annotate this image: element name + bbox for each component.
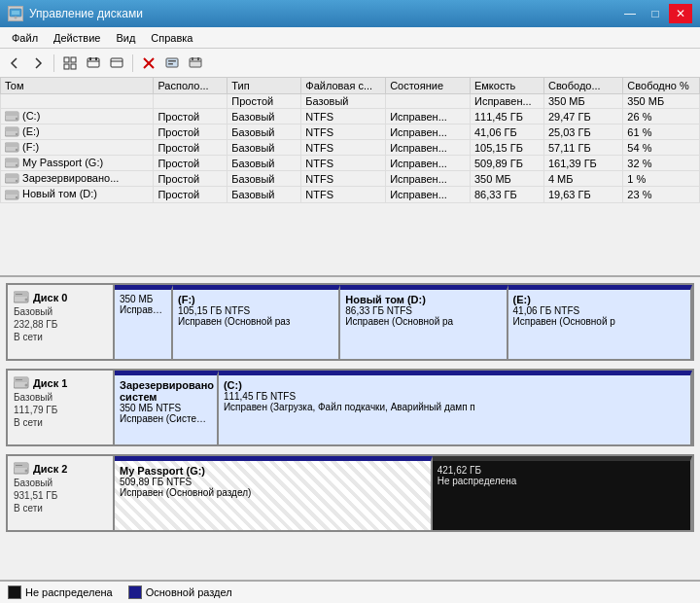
cell-svobodop: 61 %	[623, 124, 700, 140]
cell-svobodo: 350 МБ	[543, 94, 622, 109]
cell-svobodo: 161,39 ГБ	[543, 156, 622, 171]
partition-disk1-0[interactable]: Зарезервировано систем 350 МБ NTFS Испра…	[115, 371, 219, 444]
cell-sostoyanie: Исправен...	[386, 124, 471, 140]
partition-disk2-0[interactable]: My Passport (G:) 509,89 ГБ NTFS Исправен…	[115, 456, 433, 530]
menu-file[interactable]: Файл	[4, 30, 46, 46]
disk-status-disk1: В сети	[14, 417, 107, 428]
partition-size-disk0-1: 105,15 ГБ NTFS	[178, 305, 333, 316]
toolbar	[0, 49, 700, 78]
disk-table[interactable]: Том Располо... Тип Файловая с... Состоян…	[0, 78, 700, 277]
hdd-icon	[14, 376, 29, 390]
cell-tip: Базовый	[228, 109, 301, 124]
disk-row-disk0: Диск 0 Базовый 232,88 ГБ В сети 350 МБ И…	[6, 283, 694, 361]
svg-point-24	[16, 118, 18, 120]
disk-visualizer[interactable]: Диск 0 Базовый 232,88 ГБ В сети 350 МБ И…	[0, 277, 700, 580]
cell-raspolozhenie: Простой	[154, 109, 228, 124]
disk-size-disk1: 111,79 ГБ	[14, 405, 107, 415]
title-bar: Управление дисками — □ ✕	[0, 0, 700, 27]
table-row[interactable]: Новый том (D:)ПростойБазовыйNTFSИсправен…	[1, 187, 700, 202]
delete-button[interactable]	[138, 53, 159, 74]
cell-raspolozhenie: Простой	[154, 156, 228, 171]
partition-label-disk1-1: (C:)	[224, 379, 685, 391]
cell-sostoyanie: Исправен...	[386, 156, 471, 171]
partition-disk0-3[interactable]: (E:) 41,06 ГБ NTFS Исправен (Основной р	[508, 285, 692, 359]
header-raspolozhenie: Располо...	[154, 78, 228, 94]
menu-action[interactable]: Действие	[46, 30, 108, 46]
partition-disk1-1[interactable]: (C:) 111,45 ГБ NTFS Исправен (Загрузка, …	[219, 371, 692, 444]
disk-status-disk0: В сети	[14, 332, 107, 342]
cell-sostoyanie: Исправен...	[386, 140, 471, 156]
show-grid-button[interactable]	[59, 53, 81, 74]
menu-view[interactable]: Вид	[108, 30, 143, 46]
cell-tom: (F:)	[1, 140, 154, 156]
partition-size-disk1-0: 350 МБ NTFS	[120, 403, 212, 413]
partition-disk0-2[interactable]: Новый том (D:) 86,33 ГБ NTFS Исправен (О…	[340, 285, 508, 359]
svg-rect-23	[5, 112, 18, 116]
cell-tom: Новый том (D:)	[1, 187, 154, 202]
disk-label-disk0: Диск 0 Базовый 232,88 ГБ В сети	[8, 285, 115, 359]
cell-emkost: Исправен...	[470, 94, 543, 109]
disk-title-disk1: Диск 1	[14, 376, 107, 390]
cell-svobodop: 23 %	[623, 187, 700, 202]
cell-tom	[1, 94, 154, 109]
svg-point-42	[25, 299, 28, 302]
svg-rect-1	[12, 11, 19, 15]
disk-row-disk1: Диск 1 Базовый 111,79 ГБ В сети Зарезерв…	[6, 369, 694, 446]
partition-label-disk0-3: (E:)	[513, 294, 685, 305]
partition-disk0-0[interactable]: 350 МБ Исправен (	[115, 285, 173, 359]
properties-button[interactable]	[161, 53, 183, 74]
header-emkost: Емкость	[470, 78, 543, 94]
svg-rect-18	[190, 58, 201, 67]
header-sostoyanie: Состояние	[386, 78, 471, 94]
partition-status-disk1-0: Исправен (Система, Актив	[120, 413, 212, 424]
menu-help[interactable]: Справка	[143, 30, 200, 46]
volumes-table: Том Располо... Тип Файловая с... Состоян…	[0, 78, 700, 203]
cell-tip: Базовый	[228, 124, 301, 140]
svg-rect-35	[5, 174, 18, 178]
disk-visualizer-wrapper: Диск 0 Базовый 232,88 ГБ В сети 350 МБ И…	[0, 277, 700, 580]
cell-svobodo: 4 МБ	[543, 171, 622, 187]
svg-point-39	[16, 195, 18, 197]
table-row[interactable]: (F:)ПростойБазовыйNTFSИсправен...105,15 …	[1, 140, 700, 156]
info-button[interactable]	[83, 53, 104, 74]
disk-size-disk0: 232,88 ГБ	[14, 319, 107, 330]
menu-bar: Файл Действие Вид Справка	[0, 27, 700, 49]
close-button[interactable]: ✕	[669, 4, 692, 23]
hdd-icon	[14, 291, 29, 304]
partition-disk2-1[interactable]: 421,62 ГБ Не распределена	[433, 456, 692, 530]
svg-rect-7	[88, 58, 99, 67]
partition-size-disk1-1: 111,45 ГБ NTFS	[224, 391, 685, 402]
forward-button[interactable]	[27, 53, 49, 74]
table-row[interactable]: (C:)ПростойБазовыйNTFSИсправен...111,45 …	[1, 109, 700, 124]
table-row[interactable]: ПростойБазовыйИсправен...350 МБ350 МБ	[1, 94, 700, 109]
cell-raspolozhenie	[154, 94, 228, 109]
disk-type-disk1: Базовый	[14, 392, 107, 403]
maximize-button[interactable]: □	[644, 4, 667, 23]
cell-filesys: NTFS	[301, 109, 386, 124]
svg-point-46	[25, 384, 28, 387]
partition-disk0-1[interactable]: (F:) 105,15 ГБ NTFS Исправен (Основной р…	[173, 285, 340, 359]
cell-filesys: NTFS	[301, 171, 386, 187]
svg-rect-43	[16, 294, 22, 295]
table-row[interactable]: My Passport (G:)ПростойБазовыйNTFSИсправ…	[1, 156, 700, 171]
svg-rect-4	[71, 57, 76, 62]
header-tip: Тип	[228, 78, 301, 94]
svg-rect-10	[95, 57, 97, 60]
back-button[interactable]	[4, 53, 25, 74]
shrink-button[interactable]	[106, 53, 127, 74]
cell-svobodo: 57,11 ГБ	[543, 140, 622, 156]
cell-emkost: 509,89 ГБ	[470, 156, 543, 171]
cell-filesys: NTFS	[301, 124, 386, 140]
table-row[interactable]: Зарезервировано...ПростойБазовыйNTFSИспр…	[1, 171, 700, 187]
toolbar-separator-1	[53, 54, 54, 72]
header-svobodop: Свободно %	[623, 78, 700, 94]
partition-status-disk2-0: Исправен (Основной раздел)	[120, 487, 426, 498]
minimize-button[interactable]: —	[618, 4, 642, 23]
disk-status-disk2: В сети	[14, 503, 107, 514]
format-button[interactable]	[185, 53, 206, 74]
table-row[interactable]: (E:)ПростойБазовыйNTFSИсправен...41,06 Г…	[1, 124, 700, 140]
window-controls: — □ ✕	[618, 4, 692, 23]
svg-rect-29	[5, 143, 18, 147]
svg-point-2	[15, 17, 18, 19]
partition-label-disk0-1: (F:)	[178, 294, 333, 305]
